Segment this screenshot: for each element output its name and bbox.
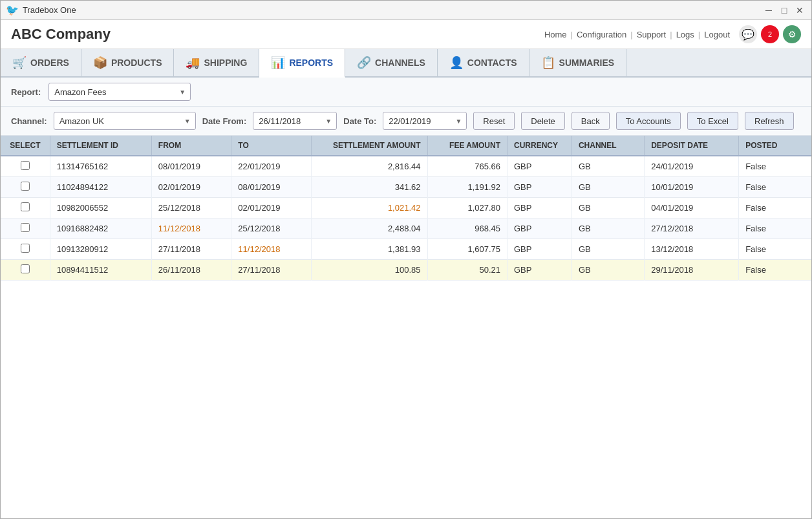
- date-to-select-wrapper: 22/01/2019: [383, 112, 467, 130]
- deposit-date-cell: 13/12/2018: [645, 239, 739, 260]
- tab-shipping[interactable]: 🚚 SHIPPING: [174, 49, 259, 76]
- table-row: 11314765162 08/01/2019 22/01/2019 2,816.…: [1, 156, 811, 177]
- minimize-button[interactable]: ─: [762, 4, 775, 17]
- to-date-cell: 08/01/2019: [231, 177, 312, 198]
- tab-shipping-label: SHIPPING: [204, 58, 247, 68]
- deposit-date-cell: 27/12/2018: [645, 218, 739, 239]
- notification-icon-btn[interactable]: 2: [761, 25, 779, 43]
- report-select[interactable]: Amazon Fees Settlement Summary Order Rep…: [48, 83, 191, 101]
- header-icons: 💬 2 ⚙: [739, 25, 801, 43]
- settlement-amount-cell: 1,381.93: [311, 239, 427, 260]
- currency-cell: GBP: [508, 260, 572, 281]
- date-from-label: Date From:: [202, 116, 247, 126]
- channel-select-wrapper: Amazon UK Amazon DE Amazon FR eBay UK: [54, 112, 196, 130]
- channel-cell: GB: [572, 260, 644, 281]
- deposit-date-cell: 24/01/2019: [645, 156, 739, 177]
- row-checkbox[interactable]: [21, 264, 30, 273]
- refresh-button[interactable]: Refresh: [745, 112, 794, 130]
- channel-cell: GB: [572, 239, 644, 260]
- deposit-date-cell: 10/01/2019: [645, 177, 739, 198]
- logout-link[interactable]: Logout: [704, 30, 730, 39]
- from-date-cell: 26/11/2018: [151, 260, 231, 281]
- date-to-select[interactable]: 22/01/2019: [383, 112, 467, 130]
- table-row: 10916882482 11/12/2018 25/12/2018 2,488.…: [1, 218, 811, 239]
- table-row: 11024894122 02/01/2019 08/01/2019 341.62…: [1, 177, 811, 198]
- posted-cell: False: [739, 156, 811, 177]
- to-accounts-button[interactable]: To Accounts: [616, 112, 681, 130]
- row-checkbox-cell[interactable]: [1, 218, 50, 239]
- currency-cell: GBP: [508, 218, 572, 239]
- tab-orders[interactable]: 🛒 ORDERS: [1, 49, 81, 76]
- tab-reports-label: REPORTS: [289, 58, 333, 68]
- date-from-select[interactable]: 26/11/2018: [253, 112, 337, 130]
- from-date-cell: 02/01/2019: [151, 177, 231, 198]
- to-date-cell: 02/01/2019: [231, 198, 312, 218]
- col-header-select: SELECT: [1, 136, 50, 156]
- settlement-amount-cell: 1,021.42: [311, 198, 427, 218]
- logs-link[interactable]: Logs: [676, 30, 694, 39]
- fee-amount-cell: 50.21: [427, 260, 508, 281]
- col-header-from: FROM: [151, 136, 231, 156]
- contacts-icon: 👤: [449, 56, 464, 70]
- tab-contacts[interactable]: 👤 CONTACTS: [438, 49, 529, 76]
- settlement-amount-cell: 100.85: [311, 260, 427, 281]
- app-header: ABC Company Home | Configuration | Suppo…: [1, 20, 811, 49]
- col-header-channel: CHANNEL: [572, 136, 644, 156]
- support-link[interactable]: Support: [637, 30, 667, 39]
- fee-amount-cell: 1,027.80: [427, 198, 508, 218]
- reset-button[interactable]: Reset: [473, 112, 515, 130]
- row-checkbox-cell[interactable]: [1, 198, 50, 218]
- settings-icon-btn[interactable]: ⚙: [783, 25, 801, 43]
- row-checkbox-cell[interactable]: [1, 239, 50, 260]
- row-checkbox[interactable]: [21, 161, 30, 170]
- settlement-id-cell: 11314765162: [50, 156, 151, 177]
- posted-cell: False: [739, 218, 811, 239]
- row-checkbox-cell[interactable]: [1, 177, 50, 198]
- report-label: Report:: [11, 87, 41, 97]
- from-date-cell: 11/12/2018: [151, 218, 231, 239]
- table-body: 11314765162 08/01/2019 22/01/2019 2,816.…: [1, 156, 811, 281]
- home-link[interactable]: Home: [544, 30, 567, 39]
- to-date-cell: 11/12/2018: [231, 239, 312, 260]
- row-checkbox-cell[interactable]: [1, 156, 50, 177]
- settlement-id-cell: 11024894122: [50, 177, 151, 198]
- nav-bar: 🛒 ORDERS 📦 PRODUCTS 🚚 SHIPPING 📊 REPORTS…: [1, 49, 811, 78]
- fee-amount-cell: 968.45: [427, 218, 508, 239]
- header-links: Home | Configuration | Support | Logs | …: [544, 25, 801, 43]
- table-container: SELECT SETTLEMENT ID FROM TO SETTLEMENT …: [1, 136, 811, 518]
- table-header: SELECT SETTLEMENT ID FROM TO SETTLEMENT …: [1, 136, 811, 156]
- maximize-button[interactable]: □: [778, 4, 791, 17]
- to-excel-button[interactable]: To Excel: [687, 112, 738, 130]
- col-header-deposit-date: DEPOSIT DATE: [645, 136, 739, 156]
- row-checkbox[interactable]: [21, 223, 30, 232]
- chat-icon-btn[interactable]: 💬: [739, 25, 757, 43]
- tab-summaries[interactable]: 📋 SUMMARIES: [529, 49, 627, 76]
- shipping-icon: 🚚: [186, 56, 200, 70]
- channel-cell: GB: [572, 177, 644, 198]
- row-checkbox[interactable]: [21, 202, 30, 211]
- fee-amount-cell: 1,191.92: [427, 177, 508, 198]
- company-name: ABC Company: [11, 26, 111, 43]
- settlement-id-cell: 10916882482: [50, 218, 151, 239]
- summaries-icon: 📋: [541, 56, 555, 70]
- settlement-id-cell: 10894411512: [50, 260, 151, 281]
- posted-cell: False: [739, 198, 811, 218]
- reports-icon: 📊: [271, 56, 285, 70]
- back-button[interactable]: Back: [572, 112, 610, 130]
- deposit-date-cell: 29/11/2018: [645, 260, 739, 281]
- configuration-link[interactable]: Configuration: [577, 30, 626, 39]
- col-header-currency: CURRENCY: [508, 136, 572, 156]
- tab-products[interactable]: 📦 PRODUCTS: [81, 49, 175, 76]
- tab-channels[interactable]: 🔗 CHANNELS: [345, 49, 438, 76]
- window-title: Tradebox One: [23, 5, 76, 15]
- channel-select[interactable]: Amazon UK Amazon DE Amazon FR eBay UK: [54, 112, 196, 130]
- row-checkbox[interactable]: [21, 182, 30, 191]
- posted-cell: False: [739, 260, 811, 281]
- tab-reports[interactable]: 📊 REPORTS: [259, 49, 345, 78]
- col-header-fee-amount: FEE AMOUNT: [427, 136, 508, 156]
- close-button[interactable]: ✕: [793, 4, 806, 17]
- row-checkbox[interactable]: [21, 244, 30, 253]
- row-checkbox-cell[interactable]: [1, 260, 50, 281]
- delete-button[interactable]: Delete: [521, 112, 565, 130]
- tab-summaries-label: SUMMARIES: [559, 58, 615, 68]
